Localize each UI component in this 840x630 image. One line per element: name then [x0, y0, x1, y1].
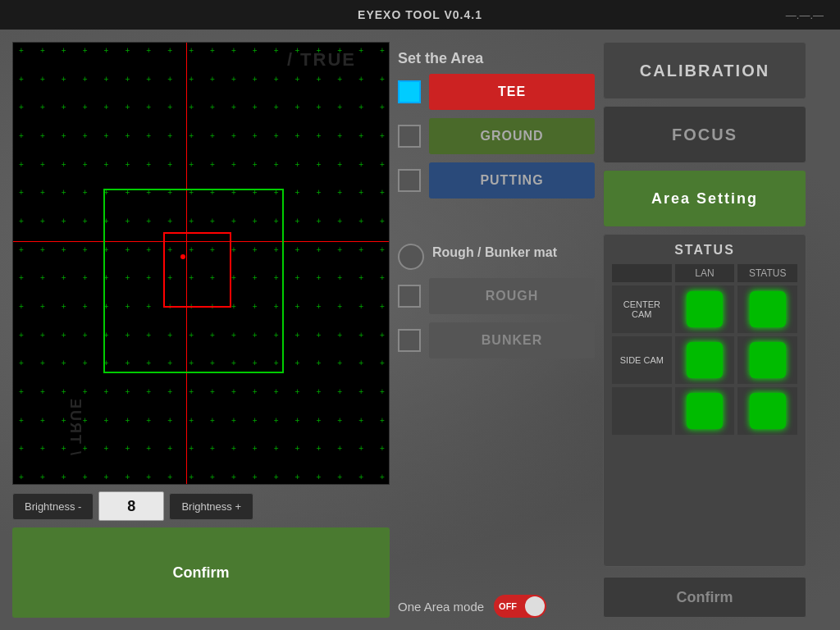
- grid-cross: +: [358, 246, 363, 254]
- grid-cross: +: [380, 388, 385, 396]
- grid-cross: +: [210, 75, 215, 84]
- center-cam-label: CENTER CAM: [612, 285, 672, 333]
- confirm-left-button[interactable]: Confirm: [12, 527, 390, 618]
- focus-button[interactable]: FOCUS: [603, 106, 806, 163]
- grid-cross: +: [146, 445, 151, 453]
- area-section: Set the Area TEE GROUND PUTTING: [398, 50, 595, 207]
- grid-cross: +: [104, 47, 109, 55]
- grid-cross: +: [40, 246, 45, 254]
- grid-cross: +: [295, 132, 300, 140]
- grid-cross: +: [189, 132, 194, 140]
- grid-cross: +: [167, 47, 172, 55]
- grid-cross: +: [189, 161, 194, 169]
- grid-cross: +: [210, 161, 215, 169]
- grid-cross: +: [62, 388, 66, 396]
- putting-row: PUTTING: [398, 162, 595, 199]
- grid-cross: +: [380, 473, 385, 482]
- toggle-text: OFF: [499, 601, 517, 611]
- grid-cross: +: [62, 217, 66, 226]
- grid-cross: +: [40, 417, 45, 425]
- middle-panel: Set the Area TEE GROUND PUTTING Rough: [398, 42, 595, 618]
- one-area-toggle[interactable]: OFF: [494, 595, 546, 618]
- grid-cross: +: [189, 47, 194, 55]
- grid-cross: +: [19, 47, 24, 55]
- calibration-button[interactable]: CALIBRATION: [603, 42, 806, 99]
- putting-checkbox[interactable]: [398, 169, 421, 192]
- area-setting-button[interactable]: Area Setting: [603, 170, 806, 227]
- grid-cross: +: [62, 132, 66, 140]
- rough-checkbox[interactable]: [398, 285, 421, 308]
- main-content: / TRUE +++++++++++++++++++++++++++++++++…: [0, 30, 840, 630]
- grid-cross: +: [19, 331, 24, 340]
- grid-cross: +: [62, 274, 66, 282]
- tee-checkbox[interactable]: [398, 80, 421, 103]
- grid-cross: +: [253, 132, 258, 140]
- rough-button[interactable]: ROUGH: [429, 278, 595, 314]
- ground-checkbox[interactable]: [398, 125, 421, 148]
- grid-cross: +: [337, 103, 342, 112]
- grid-cross: +: [380, 303, 385, 311]
- grid-cross: +: [274, 417, 279, 425]
- grid-cross: +: [19, 473, 24, 482]
- bunker-button[interactable]: BUNKER: [429, 322, 595, 358]
- grid-cross: +: [62, 417, 66, 425]
- grid-cross: +: [83, 331, 88, 340]
- grid-cross: +: [316, 417, 321, 425]
- grid-cross: +: [231, 473, 236, 482]
- grid-cross: +: [19, 359, 24, 368]
- grid-cross: +: [83, 47, 88, 55]
- grid-cross: +: [358, 274, 363, 282]
- ground-button[interactable]: GROUND: [429, 118, 595, 154]
- watermark-bottom: / TRUE: [66, 397, 84, 455]
- grid-cross: +: [62, 445, 66, 453]
- grid-cross: +: [337, 161, 342, 169]
- grid-cross: +: [19, 103, 24, 112]
- grid-cross: +: [167, 388, 172, 396]
- grid-cross: +: [104, 445, 109, 453]
- grid-cross: +: [19, 75, 24, 84]
- app-title: EYEXO TOOL V0.4.1: [358, 8, 482, 21]
- grid-cross: +: [337, 189, 342, 197]
- grid-cross: +: [62, 246, 66, 254]
- grid-cross: +: [274, 445, 279, 453]
- grid-cross: +: [337, 359, 342, 368]
- grid-cross: +: [358, 303, 363, 311]
- grid-cross: +: [295, 303, 300, 311]
- putting-button[interactable]: PUTTING: [429, 162, 595, 199]
- brightness-plus-button[interactable]: Brightness +: [169, 493, 253, 520]
- grid-cross: +: [167, 132, 172, 140]
- grid-cross: +: [295, 217, 300, 226]
- grid-cross: +: [337, 246, 342, 254]
- grid-cross: +: [380, 47, 385, 55]
- bunker-checkbox[interactable]: [398, 329, 421, 352]
- rough-bunker-radio[interactable]: [398, 244, 424, 270]
- grid-cross: +: [295, 473, 300, 482]
- grid-cross: +: [146, 161, 151, 169]
- grid-cross: +: [146, 132, 151, 140]
- grid-cross: +: [146, 473, 151, 482]
- grid-cross: +: [125, 473, 130, 482]
- brightness-minus-button[interactable]: Brightness -: [12, 493, 94, 520]
- grid-cross: +: [62, 331, 66, 340]
- status-title: STATUS: [612, 243, 797, 258]
- tee-button[interactable]: TEE: [429, 74, 595, 110]
- grid-cross: +: [40, 132, 45, 140]
- grid-cross: +: [83, 246, 88, 254]
- status-header-status: STATUS: [737, 264, 797, 282]
- grid-cross: +: [274, 47, 279, 55]
- grid-cross: +: [380, 189, 385, 197]
- status-grid: LAN STATUS CENTER CAM SIDE CAM: [612, 264, 797, 435]
- bunker-row: BUNKER: [398, 322, 595, 358]
- grid-cross: +: [337, 132, 342, 140]
- grid-cross: +: [337, 473, 342, 482]
- grid-cross: +: [40, 303, 45, 311]
- grid-cross: +: [316, 445, 321, 453]
- grid-cross: +: [167, 161, 172, 169]
- grid-cross: +: [189, 388, 194, 396]
- confirm-right-button[interactable]: Confirm: [603, 577, 806, 618]
- right-panel: CALIBRATION FOCUS Area Setting STATUS LA…: [603, 42, 806, 618]
- grid-cross: +: [380, 246, 385, 254]
- grid-cross: +: [40, 47, 45, 55]
- grid-cross: +: [316, 189, 321, 197]
- grid-cross: +: [337, 331, 342, 340]
